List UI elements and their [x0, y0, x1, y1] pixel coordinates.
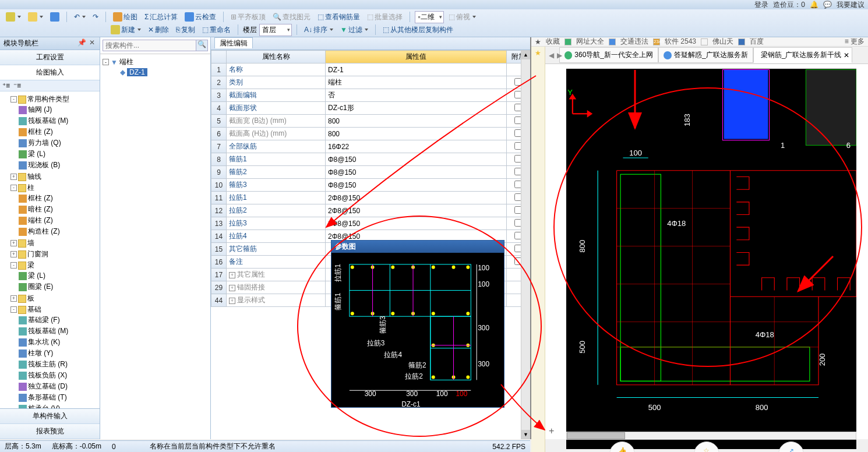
- svg-text:箍筋3: 箍筋3: [379, 316, 387, 334]
- property-row[interactable]: 3截面编辑否: [211, 89, 530, 102]
- property-row[interactable]: 9箍筋2Φ8@150: [211, 166, 530, 179]
- property-row[interactable]: 2类别端柱: [211, 76, 530, 89]
- login-link[interactable]: 登录: [754, 0, 768, 10]
- add-tab-button[interactable]: +: [549, 426, 554, 436]
- svg-text:Y: Y: [567, 88, 573, 97]
- redo-button[interactable]: ↷: [90, 12, 101, 22]
- property-row[interactable]: 4截面形状DZ-c1形: [211, 102, 530, 115]
- bell-icon[interactable]: 🔔: [810, 1, 818, 9]
- svg-text:183: 183: [683, 114, 691, 126]
- status-floor-height: 层高：5.3m: [5, 442, 41, 451]
- property-row[interactable]: 6截面高 (H边) (mm)800: [211, 128, 530, 140]
- new-file-button[interactable]: [3, 12, 23, 22]
- selected-component[interactable]: DZ-1: [127, 68, 147, 76]
- svg-text:500: 500: [648, 403, 661, 412]
- svg-point-56: [466, 375, 470, 379]
- save-button[interactable]: [48, 12, 62, 22]
- browser-tab-3[interactable]: 梁钢筋_广联达服务新干线 ✕: [753, 47, 852, 63]
- sum-calc-button[interactable]: Σ 汇总计算: [142, 12, 180, 23]
- browser-tab-2[interactable]: 答疑解惑_广联达服务新: [658, 47, 753, 63]
- svg-rect-0: [724, 69, 768, 139]
- svg-rect-9: [620, 347, 810, 381]
- view-mode-select[interactable]: ▫二维: [415, 11, 444, 23]
- beans-label: 造价豆：0: [773, 0, 805, 10]
- bookmark-icon[interactable]: ★: [535, 38, 541, 46]
- property-row[interactable]: 8箍筋1Φ8@150: [211, 153, 530, 166]
- col-header-value: 属性值: [326, 51, 507, 63]
- close-panel-icon[interactable]: ✕: [88, 38, 96, 47]
- component-tree[interactable]: -常用构件类型 轴网 (J) 筏板基础 (M) 框柱 (Z) 剪力墙 (Q) 梁…: [0, 91, 100, 408]
- filter-button[interactable]: ▼ 过滤: [338, 24, 371, 36]
- svg-rect-8: [620, 174, 661, 381]
- chat-icon[interactable]: 💬: [823, 1, 832, 9]
- search-component-input[interactable]: [103, 40, 196, 51]
- suggest-link[interactable]: 我要建议: [837, 0, 865, 10]
- svg-point-46: [351, 312, 354, 315]
- svg-text:100: 100: [629, 149, 642, 157]
- horizontal-scrollbar[interactable]: [566, 432, 856, 440]
- expand-all-icon[interactable]: ⁺≡: [2, 82, 10, 90]
- svg-text:4Φ18: 4Φ18: [756, 330, 774, 339]
- rename-button[interactable]: ⬚ 重命名: [200, 24, 233, 36]
- new-comp-button[interactable]: 新建: [108, 24, 143, 36]
- svg-text:箍筋2: 箍筋2: [408, 361, 426, 369]
- property-row[interactable]: 10箍筋3Φ8@150: [211, 179, 530, 192]
- open-file-button[interactable]: [26, 12, 45, 22]
- svg-text:200: 200: [818, 354, 827, 366]
- property-row[interactable]: 1名称DZ-1: [211, 63, 530, 76]
- tab-draw-input[interactable]: 绘图输入: [0, 65, 100, 80]
- svg-point-51: [466, 312, 470, 315]
- col-header-name: 属性名称: [227, 51, 326, 63]
- tab-project-settings[interactable]: 工程设置: [0, 50, 100, 65]
- find-elem-button: 🔍 查找图元: [270, 12, 313, 23]
- browser-tab-1[interactable]: 360导航_新一代安全上网: [559, 47, 658, 63]
- svg-point-43: [432, 266, 435, 269]
- svg-text:100: 100: [436, 390, 448, 398]
- svg-text:300: 300: [478, 324, 489, 332]
- svg-point-45: [466, 266, 470, 269]
- floor-select[interactable]: 首层: [259, 24, 292, 36]
- svg-text:拉筋3: 拉筋3: [367, 339, 385, 347]
- forward-button[interactable]: ▶: [557, 51, 562, 59]
- sort-button[interactable]: A↓ 排序: [302, 24, 336, 36]
- draw-button[interactable]: 绘图: [111, 12, 140, 23]
- delete-button[interactable]: ✕ 删除: [146, 24, 171, 36]
- svg-text:箍筋1: 箍筋1: [334, 292, 342, 310]
- svg-text:100: 100: [478, 280, 489, 288]
- svg-point-41: [391, 266, 394, 269]
- close-tab-icon[interactable]: ✕: [844, 51, 849, 59]
- component-instance-tree[interactable]: - ▼ 端柱 ◆ DZ-1: [100, 54, 210, 439]
- collapse-all-icon[interactable]: ⁻≡: [13, 82, 21, 90]
- svg-point-44: [452, 266, 456, 269]
- view-rebar-button[interactable]: ⬚ 查看钢筋量: [315, 12, 362, 23]
- property-row[interactable]: 12拉筋22Φ8@150: [211, 204, 530, 217]
- status-message: 名称在当前层当前构件类型下不允许重名: [150, 442, 276, 451]
- property-tab[interactable]: 属性编辑: [214, 37, 253, 48]
- favorite-button[interactable]: ☆0: [694, 442, 719, 452]
- property-row[interactable]: 5截面宽 (B边) (mm)800: [211, 115, 530, 128]
- copy-button[interactable]: ⎘ 复制: [174, 24, 197, 36]
- report-preview-button[interactable]: 报表预览: [0, 424, 100, 439]
- parameter-diagram-window[interactable]: 参数图 拉筋1 箍筋1 箍筋3 拉筋3 拉筋4 箍筋2: [331, 240, 504, 408]
- svg-text:100: 100: [478, 264, 489, 272]
- sidebar-favorites[interactable]: ★: [531, 47, 545, 452]
- cad-drawing-viewer[interactable]: 1 6 183 100: [566, 69, 856, 449]
- scrollbar[interactable]: ▲▼: [521, 50, 530, 439]
- copy-from-floor-button[interactable]: ⬚ 从其他楼层复制构件: [380, 24, 456, 36]
- share-button[interactable]: ↗0: [778, 442, 804, 452]
- status-fps: 542.2 FPS: [492, 443, 525, 451]
- nav-panel-title: 模块导航栏: [3, 38, 38, 48]
- back-button[interactable]: ◀: [549, 51, 554, 59]
- property-row[interactable]: 11拉筋12Φ8@150: [211, 192, 530, 204]
- like-button[interactable]: 👍0: [609, 442, 635, 452]
- single-input-button[interactable]: 单构件输入: [0, 409, 100, 424]
- property-row[interactable]: 7全部纵筋16Φ22: [211, 140, 530, 153]
- pin-icon[interactable]: 📌: [77, 38, 86, 47]
- cloud-check-button[interactable]: 云检查: [182, 12, 218, 23]
- search-icon[interactable]: 🔍: [196, 40, 208, 51]
- status-base-elev: 底标高：-0.05m: [52, 442, 101, 451]
- property-row[interactable]: 13拉筋32Φ8@150: [211, 217, 530, 230]
- svg-rect-2: [806, 69, 856, 145]
- undo-button[interactable]: ↶: [72, 12, 88, 22]
- status-zero: 0: [112, 443, 116, 451]
